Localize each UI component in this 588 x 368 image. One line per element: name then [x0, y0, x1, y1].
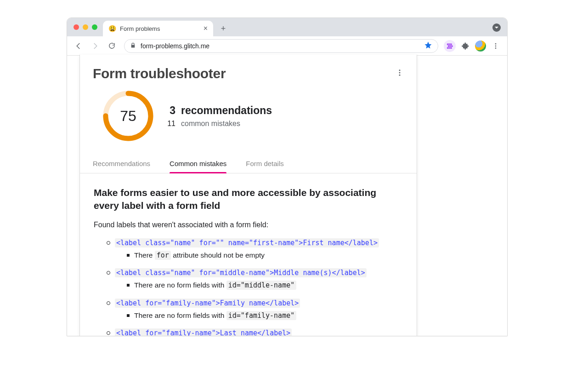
- issue-item: <label for="family-name">Family name</la…: [107, 298, 403, 322]
- extensions-icon[interactable]: [458, 39, 472, 53]
- issues-list: <label class="name" for="" name="first-n…: [94, 237, 403, 336]
- tab-title: Form problems: [120, 25, 160, 32]
- tabstrip: 😩 Form problems × +: [67, 18, 507, 36]
- section-heading: Make forms easier to use and more access…: [94, 186, 403, 213]
- issue-item: <label class="name" for="middle-name">Mi…: [107, 267, 403, 291]
- tab-close-icon[interactable]: ×: [204, 24, 208, 33]
- profile-avatar[interactable]: [475, 40, 486, 52]
- issue-item: <label for="family-name">Last name</labe…: [107, 328, 403, 336]
- panel-tab-form-details[interactable]: Form details: [246, 155, 284, 173]
- svg-point-8: [399, 75, 401, 76]
- svg-point-6: [399, 69, 401, 71]
- toolbar: form-problems.glitch.me: [67, 36, 507, 56]
- panel-content: Make forms easier to use and more access…: [80, 173, 417, 336]
- issue-item: <label class="name" for="" name="first-n…: [107, 237, 403, 261]
- svg-rect-1: [448, 46, 452, 46]
- panel-title: Form troubleshooter: [93, 66, 226, 81]
- address-bar[interactable]: form-problems.glitch.me: [124, 39, 438, 53]
- svg-point-7: [399, 72, 401, 74]
- traffic-lights: [72, 18, 100, 36]
- panel-tabs: RecommendationsCommon mistakesForm detai…: [80, 155, 417, 173]
- panel-stats: 3 recommendations 11 common mistakes: [167, 104, 272, 128]
- form-troubleshooter-panel: Form troubleshooter 75 3 recommendations: [79, 55, 417, 336]
- browser-window: 😩 Form problems × + form-problems.glitch…: [67, 17, 508, 336]
- panel-tab-common-mistakes[interactable]: Common mistakes: [170, 155, 226, 173]
- extension-form-troubleshooter-icon[interactable]: [444, 40, 456, 52]
- panel-tab-recommendations[interactable]: Recommendations: [93, 155, 150, 173]
- panel-summary: 75 3 recommendations 11 common mistakes: [80, 81, 417, 150]
- url-text: form-problems.glitch.me: [141, 42, 209, 50]
- svg-point-3: [495, 43, 497, 45]
- back-button[interactable]: [72, 39, 85, 53]
- new-tab-button[interactable]: +: [217, 22, 230, 35]
- lock-icon: [130, 42, 136, 50]
- reload-button[interactable]: [105, 39, 119, 53]
- svg-point-4: [495, 45, 497, 46]
- issue-detail: There are no form fields with id="family…: [127, 310, 403, 321]
- score-ring: 75: [102, 90, 154, 142]
- issue-snippet: <label for="family-name">Last name</labe…: [115, 328, 292, 336]
- window-menu-icon[interactable]: [492, 23, 501, 32]
- issue-snippet: <label for="family-name">Family name</la…: [115, 299, 300, 308]
- issue-snippet: <label class="name" for="" name="first-n…: [115, 238, 379, 247]
- score-value: 75: [102, 90, 154, 142]
- forward-button[interactable]: [88, 39, 102, 53]
- mistakes-label: common mistakes: [181, 120, 240, 128]
- recommendations-label: recommendations: [181, 104, 272, 117]
- issue-detail: There are no form fields with id="middle…: [127, 280, 403, 291]
- browser-tab[interactable]: 😩 Form problems ×: [103, 21, 213, 36]
- mistakes-count: 11: [167, 120, 175, 128]
- issue-snippet: <label class="name" for="middle-name">Mi…: [115, 268, 367, 277]
- window-minimize-dot[interactable]: [83, 24, 88, 30]
- bookmark-star-icon[interactable]: [424, 41, 432, 51]
- svg-rect-2: [447, 47, 452, 48]
- window-close-dot[interactable]: [74, 24, 79, 30]
- svg-rect-0: [447, 44, 452, 45]
- panel-menu-icon[interactable]: [396, 66, 404, 79]
- chrome-menu-icon[interactable]: [489, 39, 503, 53]
- recommendations-count: 3: [167, 104, 175, 117]
- svg-point-5: [495, 47, 497, 49]
- issue-detail: There for attribute should not be empty: [127, 250, 403, 261]
- window-zoom-dot[interactable]: [92, 24, 97, 30]
- tab-favicon-icon: 😩: [108, 25, 116, 32]
- section-intro: Found labels that weren't associated wit…: [94, 221, 403, 229]
